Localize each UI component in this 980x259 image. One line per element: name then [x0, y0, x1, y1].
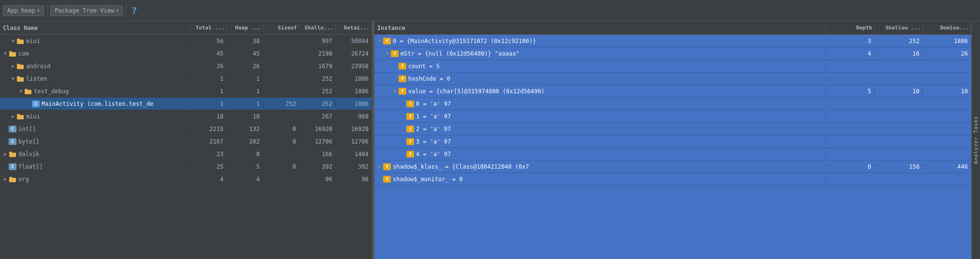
toolbar-separator-1 — [47, 4, 47, 17]
expand-placeholder[interactable] — [400, 113, 406, 120]
expand-placeholder[interactable] — [392, 63, 399, 70]
app-heap-label: App heap — [7, 7, 35, 14]
left-table-row[interactable]: CMainActivity (com.listen.test_de1125225… — [0, 98, 372, 110]
cell-sizeof: 252 — [263, 101, 299, 107]
inst-row-label: 1 = 'a' 97 — [416, 113, 451, 120]
cell-class-name: ▶org — [0, 176, 191, 183]
field-f-icon: f — [391, 50, 399, 57]
collapse-icon[interactable]: ▼ — [10, 38, 16, 44]
right-table-row[interactable]: f1 = 'a' 97 — [374, 110, 971, 123]
cell-heap: 202 — [227, 138, 263, 145]
left-table-row[interactable]: ▼com4545219826724 — [0, 47, 372, 60]
right-table-row[interactable]: fcount = 5 — [374, 60, 971, 72]
inst-cell-instance: f2 = 'a' 97 — [374, 126, 826, 132]
left-table-row[interactable]: Cbyte[]216720201270612706 — [0, 135, 372, 148]
inst-row-label: shadow$_klass_ = {Class@1884212048 (0x7 — [393, 163, 529, 170]
right-table-row[interactable]: f2 = 'a' 97 — [374, 123, 971, 135]
field-f-icon: f — [399, 75, 406, 82]
svg-rect-1 — [17, 40, 24, 44]
right-table-row[interactable]: f3 = 'a' 97 — [374, 135, 971, 148]
expand-icon[interactable]: ▶ — [2, 176, 9, 183]
inst-cell-depth: 5 — [826, 88, 875, 95]
expand-placeholder[interactable]: ▶ — [376, 163, 383, 170]
right-table-row[interactable]: fhashCode = 0 — [374, 72, 971, 85]
cell-retained: 1806 — [336, 88, 372, 95]
package-tree-view-dropdown[interactable]: Package Tree View ▼ — [50, 5, 123, 16]
expand-placeholder[interactable] — [400, 138, 406, 145]
cell-retained: 1806 — [336, 101, 372, 107]
cell-class-name: Cbyte[] — [0, 138, 191, 145]
inst-cell-instance: f0 = 'a' 97 — [374, 101, 826, 107]
right-table-row[interactable]: ▼f0 = {MainActivity@315171072 (0x12c9210… — [374, 35, 971, 47]
side-panel[interactable]: Analyzer Tasks — [971, 21, 980, 259]
collapse-icon[interactable]: ▼ — [392, 88, 399, 95]
expand-icon[interactable]: ▶ — [10, 63, 16, 70]
right-table-row[interactable]: ▶fshadow$_klass_ = {Class@1884212048 (0x… — [374, 160, 971, 173]
row-label: listen — [26, 75, 47, 82]
field-f-icon: f — [399, 63, 406, 70]
inst-cell-dominator: 1806 — [923, 38, 971, 44]
inst-row-label: 3 = 'a' 97 — [416, 138, 451, 145]
package-folder-icon — [16, 38, 24, 44]
right-table-row[interactable]: fshadow$_monitor_ = 0 — [374, 173, 971, 186]
field-f-icon: f — [383, 163, 391, 170]
cell-retained: 960 — [336, 113, 372, 120]
expand-placeholder[interactable] — [400, 151, 406, 158]
package-tree-view-label: Package Tree View — [55, 7, 114, 14]
col-class-name: Class Name — [0, 25, 191, 31]
expand-placeholder[interactable] — [376, 176, 383, 183]
inst-cell-instance: f3 = 'a' 97 — [374, 138, 826, 145]
help-icon[interactable]: ? — [129, 5, 139, 16]
left-table-row[interactable]: ▶dalvik2381661484 — [0, 148, 372, 160]
package-folder-icon — [16, 63, 24, 70]
left-table-row[interactable]: Cfloat[]2550392392 — [0, 160, 372, 173]
right-table-row[interactable]: ▼fmStr = {null (0x12d56480)} "aaaaa"4162… — [374, 47, 971, 60]
collapse-icon[interactable]: ▼ — [376, 38, 383, 44]
collapse-icon[interactable]: ▼ — [10, 75, 16, 82]
cell-total: 23 — [191, 151, 227, 158]
collapse-icon[interactable]: ▼ — [384, 50, 391, 57]
collapse-icon[interactable]: ▼ — [2, 50, 9, 57]
right-table-row[interactable]: ▼fvalue = {char[5]@315974800 (0x12d56490… — [374, 85, 971, 98]
collapse-icon[interactable]: ▼ — [17, 88, 24, 95]
expand-placeholder[interactable] — [400, 126, 406, 132]
cell-total: 1 — [191, 101, 227, 107]
left-table-row[interactable]: ▼listen112521806 — [0, 72, 372, 85]
col-sizeof: Sizeof — [263, 25, 299, 31]
chevron-down-icon-2: ▼ — [116, 8, 119, 13]
app-heap-dropdown[interactable]: App heap ▼ — [3, 5, 44, 16]
cell-shallow: 96 — [299, 176, 336, 183]
left-table-row[interactable]: Cint[]221513201692016920 — [0, 123, 372, 135]
right-table-body: ▼f0 = {MainActivity@315171072 (0x12c9210… — [374, 35, 971, 259]
analyzer-tasks-label: Analyzer Tasks — [973, 116, 979, 164]
left-table-row[interactable]: ▶org449696 — [0, 173, 372, 186]
row-label: MainActivity (com.listen.test_de — [42, 101, 153, 107]
inst-row-label: hashCode = 0 — [408, 75, 450, 82]
cell-heap: 1 — [227, 88, 263, 95]
left-table-row[interactable]: ▶android2626167923958 — [0, 60, 372, 72]
cell-shallow: 997 — [299, 38, 336, 44]
left-table-body: ▼miui563899750844▼com4545219826724▶andro… — [0, 35, 372, 259]
inst-cell-instance: fshadow$_monitor_ = 0 — [374, 176, 826, 183]
inst-cell-shallow: 158 — [875, 163, 923, 170]
right-table-row[interactable]: f0 = 'a' 97 — [374, 98, 971, 110]
cell-sizeof: 0 — [263, 163, 299, 170]
field-f-icon: f — [383, 38, 391, 44]
expand-icon[interactable]: ▶ — [2, 151, 9, 158]
inst-cell-dominator: 26 — [923, 50, 971, 57]
cell-shallow: 252 — [299, 101, 336, 107]
cell-shallow: 166 — [299, 151, 336, 158]
cell-heap: 26 — [227, 63, 263, 70]
expand-placeholder[interactable] — [392, 75, 399, 82]
left-table-row[interactable]: ▶miui1818267960 — [0, 110, 372, 123]
field-f-icon: f — [399, 88, 406, 95]
row-label: float[] — [18, 163, 43, 170]
left-table-row[interactable]: ▼test_debug112521806 — [0, 85, 372, 98]
cell-class-name: ▼test_debug — [0, 88, 191, 95]
left-table-row[interactable]: ▼miui563899750844 — [0, 35, 372, 47]
col-depth: Depth — [826, 25, 875, 31]
expand-icon[interactable]: ▶ — [10, 113, 16, 120]
expand-placeholder[interactable] — [400, 101, 406, 107]
inst-cell-dominator: 446 — [923, 163, 971, 170]
right-table-row[interactable]: f4 = 'a' 97 — [374, 148, 971, 160]
